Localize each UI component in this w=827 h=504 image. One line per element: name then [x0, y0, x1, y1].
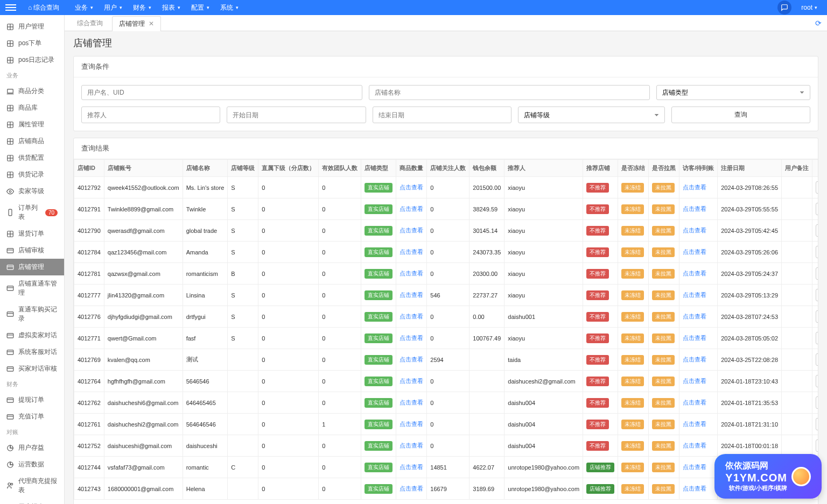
refresh-icon[interactable]: ⟳: [815, 19, 822, 27]
goods-view-link[interactable]: 点击查看: [400, 184, 423, 190]
visitor-view-link[interactable]: 点击查看: [683, 292, 706, 298]
sidebar-item-用户管理[interactable]: 用户管理: [0, 18, 64, 35]
operate-button[interactable]: 操作: [816, 310, 818, 323]
goods-view-link[interactable]: 点击查看: [400, 378, 423, 384]
visitor-view-link[interactable]: 点击查看: [683, 270, 706, 276]
sidebar-item-直通车购买记录[interactable]: 直通车购买记录: [0, 301, 64, 327]
goods-view-link[interactable]: 点击查看: [400, 335, 423, 341]
sidebar-item-订单列表[interactable]: 订单列表70: [0, 200, 64, 225]
cell: 操作▾: [812, 392, 818, 414]
visitor-view-link[interactable]: 点击查看: [683, 184, 706, 190]
cell: 点击查看: [396, 263, 427, 285]
top-menu-用户[interactable]: 用户: [99, 1, 128, 15]
end-date-input[interactable]: [373, 107, 511, 123]
goods-view-link[interactable]: 点击查看: [400, 205, 423, 212]
sidebar-item-卖家等级[interactable]: 卖家等级: [0, 183, 64, 200]
frozen-tag: 未冻结: [621, 269, 644, 279]
shopname-input[interactable]: [369, 85, 650, 100]
sidebar-item-供货记录[interactable]: 供货记录: [0, 166, 64, 183]
operate-button[interactable]: 操作: [816, 353, 818, 366]
shop-type-select[interactable]: 店铺类型: [656, 85, 810, 100]
sidebar-item-虚拟卖家对话[interactable]: 虚拟卖家对话: [0, 327, 64, 344]
chat-icon[interactable]: [777, 1, 791, 15]
banner-orb-icon: [791, 467, 811, 486]
goods-view-link[interactable]: 点击查看: [400, 249, 423, 255]
sidebar-item-店铺审核[interactable]: 店铺审核: [0, 242, 64, 259]
sidebar-item-充值订单[interactable]: 充值订单: [0, 408, 64, 425]
visitor-view-link[interactable]: 点击查看: [683, 464, 706, 470]
sidebar-item-店铺直通车管理[interactable]: 店铺直通车管理: [0, 275, 64, 301]
goods-view-link[interactable]: 点击查看: [400, 270, 423, 276]
visitor-view-link[interactable]: 点击查看: [683, 378, 706, 384]
sidebar-item-用户报表[interactable]: 用户报表: [0, 499, 64, 504]
visitor-view-link[interactable]: 点击查看: [683, 442, 706, 449]
operate-button[interactable]: 操作: [816, 181, 818, 194]
sidebar-item-店铺管理[interactable]: 店铺管理: [0, 259, 64, 275]
sidebar-item-代理商充提报表[interactable]: 代理商充提报表: [0, 473, 64, 499]
sidebar-item-商品分类[interactable]: 商品分类: [0, 83, 64, 100]
tab-overview[interactable]: 综合查询: [70, 16, 110, 31]
top-menu-业务[interactable]: 业务: [69, 1, 99, 15]
blacklist-tag: 未拉黑: [652, 333, 675, 343]
tab-label: 店铺管理: [119, 20, 145, 27]
visitor-view-link[interactable]: 点击查看: [683, 485, 706, 492]
visitor-view-link[interactable]: 点击查看: [683, 313, 706, 320]
sidebar-item-属性管理[interactable]: 属性管理: [0, 116, 64, 133]
goods-view-link[interactable]: 点击查看: [400, 356, 423, 363]
top-menu-配置[interactable]: 配置: [186, 1, 215, 15]
goods-view-link[interactable]: 点击查看: [400, 464, 423, 470]
hamburger-icon[interactable]: [5, 2, 16, 13]
sidebar-item-运营数据[interactable]: 运营数据: [0, 456, 64, 473]
promo-banner[interactable]: 依依源码网 Y1YM.COM 软件/游戏/小程序/棋牌: [714, 454, 822, 499]
cell: [469, 435, 504, 457]
goods-view-link[interactable]: 点击查看: [400, 227, 423, 233]
sidebar-item-商品库[interactable]: 商品库: [0, 100, 64, 116]
top-home-link[interactable]: ⌂ 综合查询: [23, 1, 67, 15]
query-button[interactable]: 查询: [671, 107, 810, 123]
goods-view-link[interactable]: 点击查看: [400, 399, 423, 406]
operate-button[interactable]: 操作: [816, 332, 818, 344]
sidebar-item-买家对话审核[interactable]: 买家对话审核: [0, 360, 64, 377]
operate-button[interactable]: 操作: [816, 396, 818, 409]
sidebar-item-提现订单[interactable]: 提现订单: [0, 392, 64, 408]
username-input[interactable]: [81, 85, 362, 100]
operate-button[interactable]: 操作: [816, 418, 818, 430]
operate-button[interactable]: 操作: [816, 203, 818, 215]
visitor-view-link[interactable]: 点击查看: [683, 356, 706, 363]
operate-button[interactable]: 操作: [816, 375, 818, 387]
top-menu-报表[interactable]: 报表: [157, 1, 186, 15]
referrer-input[interactable]: [81, 107, 220, 123]
sidebar-item-店铺商品[interactable]: 店铺商品: [0, 133, 64, 150]
top-menu-系统[interactable]: 系统: [215, 1, 244, 15]
close-icon[interactable]: ✕: [149, 20, 154, 27]
operate-button[interactable]: 操作: [816, 289, 818, 301]
goods-view-link[interactable]: 点击查看: [400, 313, 423, 320]
sidebar-item-退货订单[interactable]: 退货订单: [0, 225, 64, 242]
goods-view-link[interactable]: 点击查看: [400, 485, 423, 492]
visitor-view-link[interactable]: 点击查看: [683, 399, 706, 406]
sidebar-item-用户存益[interactable]: 用户存益: [0, 439, 64, 456]
sidebar-item-供货配置[interactable]: 供货配置: [0, 150, 64, 166]
top-menu-财务[interactable]: 财务: [128, 1, 157, 15]
shop-level-select[interactable]: 店铺等级: [518, 107, 664, 123]
visitor-view-link[interactable]: 点击查看: [683, 421, 706, 427]
sidebar-item-label: 买家对话审核: [18, 364, 57, 373]
visitor-view-link[interactable]: 点击查看: [683, 227, 706, 233]
sidebar-item-pos日志记录[interactable]: pos日志记录: [0, 52, 64, 68]
start-date-input[interactable]: [227, 107, 366, 123]
operate-button[interactable]: 操作: [816, 439, 818, 452]
operate-button[interactable]: 操作: [816, 224, 818, 237]
visitor-view-link[interactable]: 点击查看: [683, 249, 706, 255]
visitor-view-link[interactable]: 点击查看: [683, 335, 706, 341]
user-dropdown[interactable]: root: [797, 2, 822, 13]
goods-view-link[interactable]: 点击查看: [400, 292, 423, 298]
operate-button[interactable]: 操作: [816, 246, 818, 258]
tab-shop-manage[interactable]: 店铺管理 ✕: [112, 16, 161, 31]
sidebar-item-pos下单[interactable]: pos下单: [0, 35, 64, 52]
visitor-view-link[interactable]: 点击查看: [683, 205, 706, 212]
sidebar-item-系统客服对话[interactable]: 系统客服对话: [0, 344, 64, 360]
goods-view-link[interactable]: 点击查看: [400, 421, 423, 427]
cell: xiaoyu: [504, 285, 583, 306]
goods-view-link[interactable]: 点击查看: [400, 442, 423, 449]
operate-button[interactable]: 操作: [816, 267, 818, 280]
